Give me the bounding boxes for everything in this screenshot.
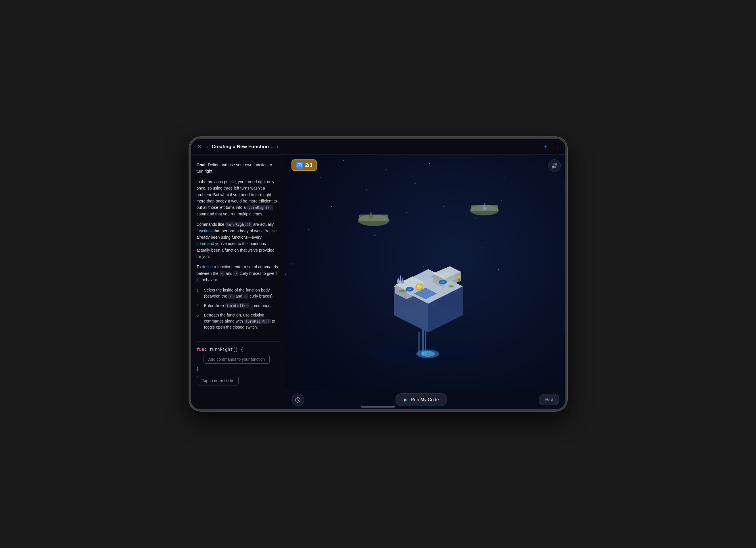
svg-point-40 [421,351,435,357]
step-number-2: 2 [197,303,201,309]
instruction-para-2: Commands like turnRight() are actually f… [197,221,280,260]
step-item-2: 2 Enter three turnLeft() commands. [197,303,280,309]
goal-text: Define and use your own function to turn… [197,163,272,174]
svg-point-62 [408,288,411,290]
step-3-text: Beneath the function, use existing comma… [204,312,280,330]
svg-marker-72 [401,277,404,283]
svg-point-26 [299,165,300,166]
run-code-button[interactable]: ▶ Run My Code [396,393,447,406]
add-button[interactable]: + [543,143,547,151]
step-2-text: Enter three turnLeft() commands. [204,303,272,309]
step-1-text: Select the inside of the function body (… [204,287,280,299]
placeholder-line: Add commands to your function [197,353,280,365]
step-item-3: 3 Beneath the function, use existing com… [197,312,280,330]
score-display: 2/3 [305,162,312,168]
instruction-para-3: To define a function, enter a set of com… [197,264,280,283]
define-link[interactable]: define [202,265,213,269]
svg-point-2 [343,160,344,161]
para2b-text: are actually [252,222,274,227]
para3c-text: and [225,271,233,276]
svg-rect-28 [359,215,388,221]
collapse-panel-button[interactable]: ‹ [285,272,287,276]
step-number-3: 3 [197,312,201,330]
play-icon: ▶ [404,397,407,402]
func-declaration-line: func turnRight() { [197,346,280,353]
bottom-controls: ▶ Run My Code Hint [286,390,565,409]
score-icon [296,162,303,169]
sound-button[interactable]: 🔊 [548,159,561,172]
top-right-controls: + ··· [543,143,560,151]
nav-back-button[interactable]: ‹ [206,143,208,150]
steps-list: 1 Select the inside of the function body… [197,287,280,334]
divider [197,341,280,341]
svg-point-68 [417,284,422,289]
command-link[interactable]: command [197,241,214,246]
goal-label: Goal: [197,163,207,167]
svg-point-8 [487,169,487,170]
para2-text: Commands like [197,222,225,227]
game-panel: 2/3 🔊 [286,155,565,409]
svg-point-80 [448,285,454,287]
tap-to-enter-line: Tap to enter code [197,373,280,385]
code-turnright-2: turnRight() [225,222,252,227]
timer-icon [295,397,301,403]
svg-marker-71 [399,275,402,283]
instruction-para-1: In the previous puzzle, you turned right… [197,179,280,217]
svg-point-3 [386,169,387,170]
svg-point-9 [294,198,295,198]
step-item-1: 1 Select the inside of the function body… [197,287,280,299]
svg-line-85 [298,400,299,401]
closing-brace-line: } [197,365,280,373]
code-turnright-1: turnRight() [247,205,274,210]
hint-button[interactable]: Hint [539,394,560,405]
more-options-button[interactable]: ··· [553,143,560,150]
svg-rect-30 [370,217,371,219]
lesson-title: Creating a New Function [212,144,269,150]
title-dropdown-icon[interactable]: ⌄ [270,145,274,149]
svg-point-5 [429,163,430,164]
top-bar: ✕ ‹ Creating a New Function ⌄ › + ··· [191,139,565,155]
add-commands-button[interactable]: Add commands to your function [204,355,270,363]
closing-brace: } [197,366,199,371]
hint-label: Hint [545,397,553,402]
main-content: Goal: Define and use your own function t… [191,155,565,409]
func-name: turnRight() { [207,347,243,352]
svg-point-65 [441,281,444,283]
goal-paragraph: Goal: Define and use your own function t… [197,162,280,175]
code-open-brace: { [220,271,225,276]
score-badge: 2/3 [291,159,317,171]
svg-point-79 [399,289,406,292]
nav-forward-button[interactable]: › [276,143,278,150]
func-keyword: func [197,347,207,352]
code-close-brace: } [233,271,239,276]
home-indicator [361,406,395,407]
code-editor: func turnRight() { Add commands to your … [197,345,280,385]
nav-controls: ‹ Creating a New Function ⌄ › [206,143,279,150]
game-world [297,172,560,389]
title-area: Creating a New Function ⌄ [212,144,274,150]
step-number-1: 1 [197,287,201,299]
run-code-label: Run My Code [411,397,439,402]
ipad-frame: ✕ ‹ Creating a New Function ⌄ › + ··· Go… [189,137,567,411]
left-panel: Goal: Define and use your own function t… [191,155,286,409]
svg-point-21 [291,264,292,265]
functions-link[interactable]: functions [197,229,213,233]
game-world-svg [348,189,509,372]
timer-button[interactable] [291,393,304,406]
svg-point-69 [417,285,419,287]
close-button[interactable]: ✕ [197,143,202,151]
para3-text: To [197,265,202,269]
para1b-text: command that you run multiple times. [197,212,264,216]
tap-to-enter-button[interactable]: Tap to enter code [197,376,239,385]
svg-point-78 [458,275,460,278]
sound-icon: 🔊 [551,163,558,169]
